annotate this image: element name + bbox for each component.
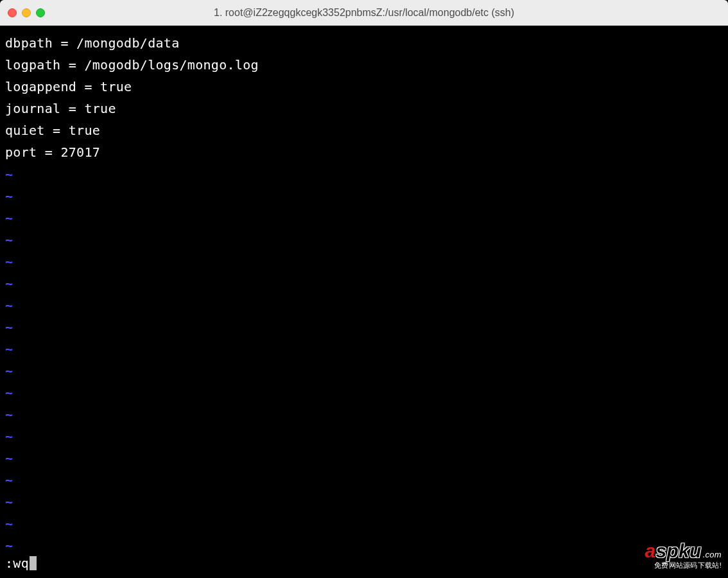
vim-tilde: ~ [5,185,723,207]
config-line: logpath = /mogodb/logs/mongo.log [5,54,723,76]
config-line: port = 27017 [5,141,723,163]
watermark-spku: spku [655,541,701,561]
vim-tilde: ~ [5,250,723,272]
maximize-icon[interactable] [36,8,45,17]
watermark: aspku.com 免费网站源码下载站! [645,541,722,569]
terminal-window: 1. root@iZ2zegqgkcegk3352pnbmsZ:/usr/loc… [0,0,728,578]
vim-tilde: ~ [5,316,723,338]
config-line: quiet = true [5,119,723,141]
vim-tilde: ~ [5,338,723,360]
vim-tilde: ~ [5,294,723,316]
vim-tilde: ~ [5,229,723,250]
vim-tilde: ~ [5,447,723,469]
empty-lines: ~~~~~~~~~~~~~~~~~~ [5,163,723,556]
close-icon[interactable] [8,8,17,17]
file-content: dbpath = /mongodb/datalogpath = /mogodb/… [5,32,723,163]
watermark-brand: aspku.com [645,541,722,561]
window-title: 1. root@iZ2zegqgkcegk3352pnbmsZ:/usr/loc… [0,7,728,19]
config-line: logappend = true [5,76,723,98]
vim-tilde: ~ [5,469,723,491]
minimize-icon[interactable] [22,8,31,17]
cursor-icon [30,556,37,570]
vim-tilde: ~ [5,272,723,294]
vim-command: :wq [5,552,29,574]
traffic-lights [8,8,45,17]
vim-tilde: ~ [5,425,723,447]
vim-tilde: ~ [5,360,723,381]
config-line: dbpath = /mongodb/data [5,32,723,54]
terminal-body[interactable]: dbpath = /mongodb/datalogpath = /mogodb/… [0,26,728,578]
config-line: journal = true [5,98,723,119]
vim-tilde: ~ [5,512,723,534]
vim-tilde: ~ [5,381,723,403]
vim-tilde: ~ [5,163,723,185]
vim-tilde: ~ [5,207,723,229]
watermark-tagline: 免费网站源码下载站! [645,562,722,569]
vim-tilde: ~ [5,534,723,556]
vim-tilde: ~ [5,491,723,512]
vim-tilde: ~ [5,403,723,425]
watermark-com: .com [703,550,722,559]
watermark-a: a [645,541,655,561]
vim-command-line[interactable]: :wq [5,552,37,574]
titlebar[interactable]: 1. root@iZ2zegqgkcegk3352pnbmsZ:/usr/loc… [0,0,728,26]
